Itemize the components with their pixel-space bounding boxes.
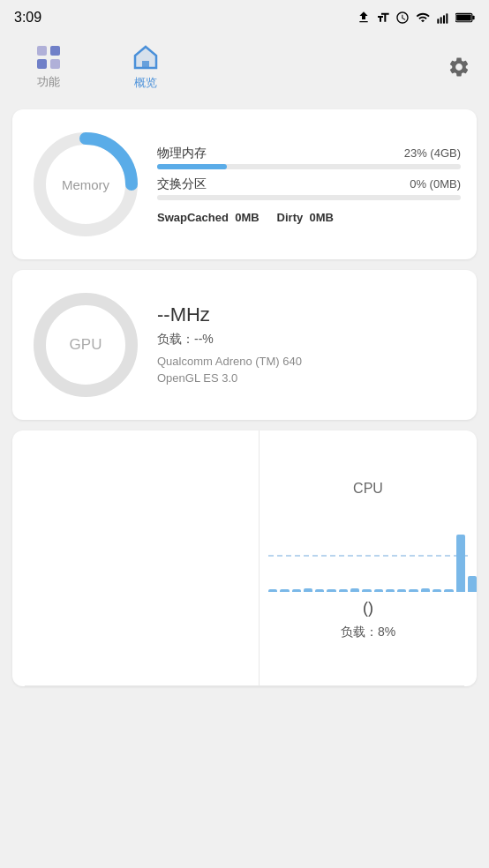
memory-label: Memory bbox=[62, 177, 109, 192]
cpu-bar bbox=[280, 589, 289, 592]
gpu-load-value: --% bbox=[194, 332, 214, 346]
cpu-load: 负载：8% bbox=[341, 625, 395, 640]
physical-progress-bg bbox=[157, 164, 461, 169]
swap-label: 交换分区 bbox=[157, 176, 207, 192]
svg-rect-7 bbox=[37, 46, 47, 56]
gpu-chipset-name: Qualcomm Adreno (TM) 640 bbox=[157, 355, 302, 368]
swap-cached-label: SwapCached bbox=[157, 211, 229, 224]
svg-rect-8 bbox=[50, 46, 60, 56]
dirty-value: 0MB bbox=[309, 211, 333, 224]
cpu-bar bbox=[315, 589, 324, 592]
cpu-bar bbox=[444, 589, 453, 592]
dirty: Dirty 0MB bbox=[277, 211, 334, 224]
memory-extras: SwapCached 0MB Dirty 0MB bbox=[157, 211, 461, 224]
cpu-dashed-line bbox=[268, 555, 468, 557]
cpu-bar bbox=[362, 589, 371, 592]
cpu-bar bbox=[292, 589, 301, 592]
svg-rect-10 bbox=[50, 59, 60, 69]
cpu-value: () bbox=[363, 599, 373, 617]
settings-button[interactable] bbox=[443, 51, 475, 83]
functions-icon bbox=[35, 44, 62, 71]
memory-card: Memory 物理内存 23% (4GB) 交换分区 0% (0MB) bbox=[12, 109, 477, 259]
gpu-info: --MHz 负载：--% Qualcomm Adreno (TM) 640 Op… bbox=[157, 303, 461, 387]
physical-memory-row: 物理内存 23% (4GB) bbox=[157, 146, 461, 169]
swap-progress-bg bbox=[157, 195, 461, 200]
gpu-chipset: Qualcomm Adreno (TM) 640 OpenGL ES 3.0 bbox=[157, 353, 461, 387]
memory-donut: Memory bbox=[28, 127, 143, 242]
cpu-bar bbox=[374, 589, 383, 592]
cpu-bar bbox=[421, 588, 430, 592]
svg-rect-9 bbox=[37, 59, 47, 69]
gpu-card: GPU --MHz 负载：--% Qualcomm Adreno (TM) 64… bbox=[12, 270, 477, 420]
cpu-right-panel: CPU () 负载：8% bbox=[260, 430, 477, 685]
battery-icon bbox=[455, 11, 475, 24]
cpu-bar bbox=[350, 588, 359, 592]
tab-functions[interactable]: 功能 bbox=[0, 35, 97, 99]
signal-icon bbox=[436, 11, 450, 25]
gpu-label: GPU bbox=[70, 336, 102, 354]
wifi-icon bbox=[415, 11, 431, 25]
tab-overview[interactable]: 概览 bbox=[97, 35, 194, 99]
download-icon bbox=[357, 11, 371, 25]
svg-rect-5 bbox=[472, 16, 474, 20]
svg-rect-3 bbox=[446, 13, 448, 23]
svg-rect-6 bbox=[456, 14, 471, 20]
gpu-opengl: OpenGL ES 3.0 bbox=[157, 371, 237, 385]
cpu-title: CPU bbox=[353, 481, 383, 497]
cpu-bar bbox=[409, 589, 418, 592]
gpu-circle: GPU bbox=[28, 288, 143, 402]
cpu-chart bbox=[268, 504, 468, 592]
cpu-left-panel bbox=[12, 430, 260, 685]
physical-label: 物理内存 bbox=[157, 146, 207, 161]
cpu-bar bbox=[268, 589, 277, 592]
swap-value: 0% (0MB) bbox=[410, 177, 461, 191]
cpu-load-label: 负载： bbox=[341, 625, 378, 639]
status-time: 3:09 bbox=[14, 10, 41, 26]
cpu-bar bbox=[397, 589, 406, 592]
swap-cached-value: 0MB bbox=[235, 211, 259, 224]
cpu-card: CPU () 负载：8% bbox=[12, 430, 477, 686]
swap-memory-row: 交换分区 0% (0MB) bbox=[157, 176, 461, 200]
cpu-bar bbox=[386, 589, 395, 592]
memory-info: 物理内存 23% (4GB) 交换分区 0% (0MB) SwapCached … bbox=[157, 146, 461, 224]
cpu-bar bbox=[327, 589, 335, 592]
status-bar: 3:09 bbox=[0, 0, 489, 35]
cpu-load-value: 8% bbox=[378, 625, 395, 639]
overview-icon bbox=[132, 43, 160, 71]
svg-rect-1 bbox=[440, 17, 442, 23]
status-icons bbox=[357, 11, 475, 25]
svg-rect-2 bbox=[443, 15, 445, 23]
svg-rect-0 bbox=[437, 19, 439, 23]
cpu-chart-area: CPU () 负载：8% bbox=[12, 430, 477, 685]
cpu-bar bbox=[304, 588, 312, 592]
cpu-bar bbox=[468, 576, 477, 592]
gpu-load: 负载：--% bbox=[157, 332, 461, 348]
gpu-load-label: 负载： bbox=[157, 332, 194, 346]
nav-bar: 功能 概览 bbox=[0, 35, 489, 99]
font-icon bbox=[376, 11, 390, 25]
physical-progress-fill bbox=[157, 164, 227, 169]
cpu-bar bbox=[456, 535, 465, 592]
tab-functions-label: 功能 bbox=[37, 74, 60, 90]
gpu-mhz: --MHz bbox=[157, 303, 461, 326]
cpu-bar bbox=[339, 589, 348, 592]
tab-overview-label: 概览 bbox=[134, 75, 157, 91]
cpu-bar bbox=[433, 589, 441, 592]
physical-value: 23% (4GB) bbox=[404, 146, 461, 160]
cpu-bottom-divider bbox=[25, 685, 464, 686]
swap-cached: SwapCached 0MB bbox=[157, 211, 260, 224]
clock-icon bbox=[395, 11, 410, 25]
settings-icon bbox=[448, 56, 470, 79]
dirty-label: Dirty bbox=[277, 211, 304, 224]
